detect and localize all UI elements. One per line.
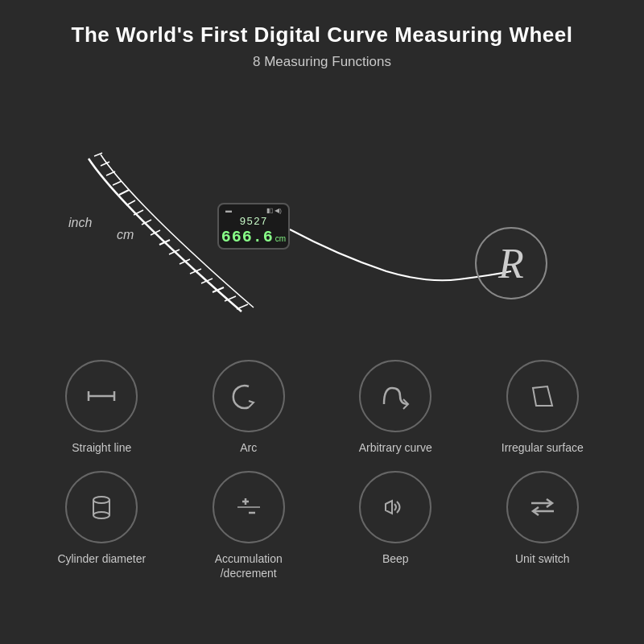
arbitrary-curve-icon bbox=[378, 378, 413, 414]
cm-label: cm bbox=[117, 228, 134, 242]
plusminus-icon bbox=[231, 489, 266, 525]
accumulation-label: Accumulation /decrement bbox=[215, 551, 283, 580]
straight-line-icon bbox=[84, 378, 119, 414]
svg-point-24 bbox=[93, 512, 109, 518]
r-circle: R bbox=[475, 227, 547, 299]
svg-line-3 bbox=[113, 181, 122, 185]
svg-line-2 bbox=[106, 171, 115, 175]
svg-line-13 bbox=[201, 279, 213, 283]
cylinder-icon-circle bbox=[65, 471, 138, 543]
beep-icon-circle bbox=[359, 471, 431, 543]
svg-point-21 bbox=[93, 497, 109, 503]
diagram-area: inch cm ▬ ▮▯ ◀) 9527 666.6 cm R bbox=[0, 78, 644, 352]
icons-grid: Straight line Arc Arbitrary curve Irregu… bbox=[0, 352, 644, 589]
svg-line-4 bbox=[119, 190, 129, 195]
irregular-surface-icon-circle bbox=[506, 360, 579, 432]
arc-icon-circle bbox=[213, 360, 285, 432]
device-display: ▬ ▮▯ ◀) 9527 666.6 cm bbox=[217, 203, 290, 250]
svg-line-5 bbox=[126, 200, 135, 205]
straight-line-label: Straight line bbox=[72, 440, 131, 455]
icon-item-irregular-surface: Irregular surface bbox=[473, 360, 613, 455]
sub-title: 8 Measuring Functions bbox=[0, 54, 644, 70]
beep-label: Beep bbox=[382, 551, 409, 566]
svg-marker-29 bbox=[386, 501, 392, 514]
unit-switch-icon bbox=[525, 489, 560, 525]
arbitrary-curve-icon-circle bbox=[359, 360, 431, 432]
icon-item-arbitrary-curve: Arbitrary curve bbox=[326, 360, 465, 455]
cylinder-label: Cylinder diameter bbox=[57, 551, 146, 566]
icon-item-cylinder: Cylinder diameter bbox=[32, 471, 171, 580]
icon-item-beep: Beep bbox=[326, 471, 465, 580]
arc-label: Arc bbox=[240, 440, 257, 455]
icon-item-arc: Arc bbox=[180, 360, 319, 455]
icon-item-straight-line: Straight line bbox=[32, 360, 171, 455]
display-reading-main: 666.6 bbox=[221, 228, 274, 246]
inch-label: inch bbox=[68, 216, 92, 229]
irregular-surface-label: Irregular surface bbox=[502, 440, 584, 455]
beep-icon bbox=[378, 489, 413, 525]
arc-icon bbox=[231, 378, 266, 414]
irregular-surface-icon bbox=[525, 378, 560, 414]
display-reading-top: 9527 bbox=[239, 216, 267, 228]
unit-switch-icon-circle bbox=[506, 471, 579, 543]
straight-line-icon-circle bbox=[65, 360, 138, 432]
icon-item-accumulation: Accumulation /decrement bbox=[180, 471, 319, 580]
accumulation-icon-circle bbox=[213, 471, 285, 543]
arbitrary-curve-label: Arbitrary curve bbox=[359, 440, 432, 455]
cylinder-icon bbox=[84, 489, 119, 525]
svg-line-16 bbox=[237, 304, 248, 309]
svg-marker-20 bbox=[533, 386, 552, 406]
svg-line-9 bbox=[159, 240, 170, 245]
unit-switch-label: Unit switch bbox=[515, 551, 570, 566]
icon-item-unit-switch: Unit switch bbox=[473, 471, 613, 580]
main-title: The World's First Digital Curve Measurin… bbox=[0, 0, 644, 47]
display-unit: cm bbox=[275, 234, 286, 243]
